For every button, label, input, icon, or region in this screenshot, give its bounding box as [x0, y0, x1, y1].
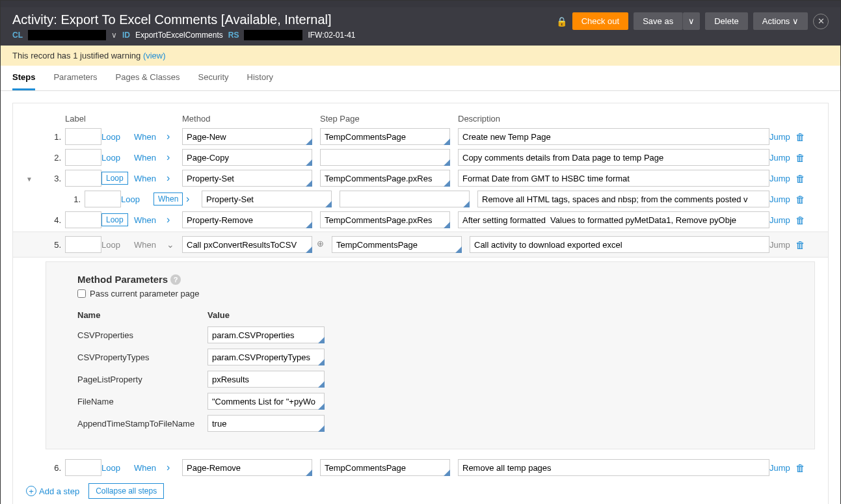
when-link[interactable]: When — [134, 174, 156, 183]
steppage-input[interactable] — [332, 236, 462, 253]
tab-parameters[interactable]: Parameters — [53, 66, 97, 90]
method-input[interactable] — [182, 170, 312, 187]
magnify-icon[interactable]: ⊕ — [317, 239, 324, 248]
label-input[interactable] — [65, 211, 101, 228]
expand-caret[interactable]: › — [167, 172, 170, 183]
step-row: 4. Loop When › Jump 🗑 — [26, 209, 815, 230]
expand-caret[interactable]: › — [167, 462, 170, 473]
param-value-input[interactable] — [207, 415, 325, 432]
method-parameters-panel: Method Parameters? Pass current paramete… — [46, 261, 815, 449]
step-row: ▼ 3. Loop When › Jump 🗑 — [26, 168, 815, 189]
delete-icon[interactable]: 🗑 — [795, 131, 805, 142]
param-value-input[interactable] — [207, 371, 325, 388]
delete-icon[interactable]: 🗑 — [795, 152, 805, 163]
when-link[interactable]: When — [134, 153, 156, 163]
loop-link-active[interactable]: Loop — [101, 172, 128, 185]
tab-history[interactable]: History — [247, 66, 273, 90]
jump-link[interactable]: Jump — [769, 132, 790, 142]
expand-caret[interactable]: › — [167, 214, 170, 225]
jump-link[interactable]: Jump — [769, 463, 790, 473]
help-icon[interactable]: ? — [170, 274, 181, 285]
delete-icon[interactable]: 🗑 — [795, 239, 805, 250]
step-row: 2. Loop When › Jump 🗑 — [26, 147, 815, 168]
loop-link-active[interactable]: Loop — [101, 213, 128, 226]
jump-link[interactable]: Jump — [769, 215, 790, 225]
when-link[interactable]: When — [134, 240, 156, 250]
param-value-input[interactable] — [207, 349, 325, 365]
delete-icon[interactable]: 🗑 — [795, 173, 805, 184]
collapse-icon[interactable]: ▼ — [26, 176, 33, 183]
method-input[interactable] — [182, 211, 312, 228]
steps-panel: Label Method Step Page Description 1. Lo… — [12, 103, 829, 504]
param-name: PageListProperty — [77, 375, 207, 384]
expand-caret[interactable]: › — [186, 193, 189, 204]
tab-pages[interactable]: Pages & Classes — [116, 66, 180, 90]
param-value-input[interactable] — [207, 326, 325, 343]
param-name: FileName — [77, 397, 207, 406]
label-input[interactable] — [65, 236, 101, 253]
loop-link[interactable]: Loop — [101, 240, 120, 250]
when-link[interactable]: When — [134, 463, 156, 473]
expand-caret[interactable]: › — [167, 152, 170, 163]
close-icon[interactable]: ✕ — [813, 14, 829, 29]
jump-link[interactable]: Jump — [769, 240, 790, 250]
loop-link[interactable]: Loop — [101, 132, 120, 142]
page-title: Activity: Export To Excel Comments [Avai… — [12, 12, 556, 27]
add-step-button[interactable]: +Add a step — [26, 486, 79, 496]
label-input[interactable] — [65, 128, 101, 145]
method-input[interactable] — [202, 191, 332, 207]
steppage-input[interactable] — [340, 191, 470, 207]
step-row-selected: 5. Loop When ⌄ ⊕ Jump 🗑 — [26, 234, 815, 255]
collapse-all-button[interactable]: Collapse all steps — [88, 483, 164, 499]
loop-link[interactable]: Loop — [101, 153, 120, 163]
method-input[interactable] — [182, 236, 312, 253]
loop-link[interactable]: Loop — [101, 463, 120, 473]
jump-link[interactable]: Jump — [769, 174, 790, 183]
delete-icon[interactable]: 🗑 — [795, 215, 805, 226]
check-out-button[interactable]: Check out — [572, 12, 629, 30]
method-input[interactable] — [182, 128, 312, 145]
expand-caret[interactable]: › — [167, 131, 170, 142]
label-input[interactable] — [85, 191, 121, 207]
desc-input[interactable] — [458, 459, 769, 476]
when-link-active[interactable]: When — [154, 192, 183, 206]
method-input[interactable] — [182, 149, 312, 166]
cl-value-redacted — [28, 30, 106, 40]
loop-link[interactable]: Loop — [121, 194, 140, 204]
label-input[interactable] — [65, 459, 101, 476]
collapse-caret[interactable]: ⌄ — [167, 239, 174, 250]
pass-param-checkbox[interactable] — [77, 289, 86, 298]
save-as-button[interactable]: Save as — [634, 12, 683, 30]
delete-icon[interactable]: 🗑 — [795, 194, 805, 205]
delete-icon[interactable]: 🗑 — [795, 462, 805, 473]
actions-button[interactable]: Actions ∨ — [753, 12, 808, 30]
when-link[interactable]: When — [134, 132, 156, 142]
save-as-caret[interactable]: ∨ — [683, 12, 700, 30]
rs-label: RS — [228, 31, 239, 40]
jump-link[interactable]: Jump — [769, 194, 790, 204]
param-name: CSVProperties — [77, 330, 207, 340]
steppage-input[interactable] — [320, 459, 450, 476]
param-value-input[interactable] — [207, 393, 325, 410]
jump-link[interactable]: Jump — [769, 153, 790, 163]
delete-button[interactable]: Delete — [705, 12, 748, 30]
method-input[interactable] — [182, 459, 312, 476]
tab-steps[interactable]: Steps — [12, 66, 35, 90]
label-input[interactable] — [65, 149, 101, 166]
desc-input[interactable] — [458, 170, 769, 187]
step-num: 4. — [46, 215, 65, 225]
when-link[interactable]: When — [134, 215, 156, 225]
steppage-input[interactable] — [320, 211, 450, 228]
steppage-input[interactable] — [320, 128, 450, 145]
steppage-input[interactable] — [320, 149, 450, 166]
desc-input[interactable] — [458, 128, 769, 145]
desc-input[interactable] — [470, 236, 769, 253]
method-params-title: Method Parameters — [77, 274, 168, 285]
desc-input[interactable] — [477, 191, 769, 207]
desc-input[interactable] — [458, 211, 769, 228]
steppage-input[interactable] — [320, 170, 450, 187]
label-input[interactable] — [65, 170, 101, 187]
tab-security[interactable]: Security — [198, 66, 229, 90]
desc-input[interactable] — [458, 149, 769, 166]
warning-view-link[interactable]: (view) — [143, 51, 166, 60]
